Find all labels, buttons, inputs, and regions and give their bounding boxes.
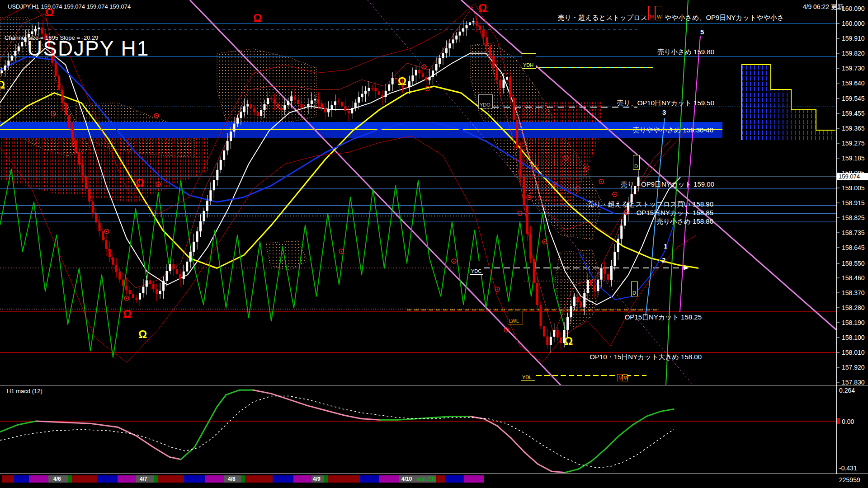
price-tick-mark bbox=[836, 217, 840, 218]
price-tick-label: 158.460 bbox=[842, 274, 865, 282]
symbol-ohlc-readout: USDJPY,H1 159.074 159.074 159.074 159.07… bbox=[8, 3, 131, 10]
mt4-chart-window: USDJPY,H1 159.074 159.074 159.074 159.07… bbox=[0, 0, 868, 488]
price-tick-mark bbox=[836, 188, 840, 188]
price-tick-label: 158.735 bbox=[842, 229, 865, 236]
price-tick-label: 157.920 bbox=[842, 364, 865, 371]
price-tick-mark bbox=[836, 323, 840, 323]
chart-watermark-title: USDJPY H1 bbox=[27, 36, 149, 61]
cyan-projection bbox=[646, 118, 665, 316]
session-segment bbox=[29, 475, 48, 483]
price-tick-label: 159.275 bbox=[842, 140, 865, 147]
ichimoku-clouds bbox=[0, 17, 835, 329]
red-hatched-cloud bbox=[0, 131, 208, 202]
price-tick-label: 159.185 bbox=[842, 155, 865, 162]
price-tick-mark bbox=[836, 128, 840, 129]
session-segment bbox=[68, 475, 72, 483]
session-segment bbox=[273, 475, 293, 483]
price-tick-label: 158.825 bbox=[842, 214, 865, 221]
session-segment bbox=[158, 475, 184, 483]
session-clock: 225959 bbox=[839, 476, 860, 483]
date-label: 4/9 bbox=[313, 476, 321, 482]
price-tick-mark bbox=[836, 23, 840, 23]
price-tick-label: 159.730 bbox=[842, 65, 865, 72]
price-tick-label: 158.280 bbox=[842, 304, 865, 311]
price-tick-mark bbox=[836, 367, 840, 368]
green-projection bbox=[666, 0, 688, 385]
price-tick-mark bbox=[836, 263, 840, 263]
session-segment bbox=[379, 475, 399, 483]
price-tick-mark bbox=[836, 83, 840, 83]
price-tick-label: 158.370 bbox=[842, 289, 865, 296]
session-segment bbox=[328, 475, 360, 483]
session-segment bbox=[445, 475, 464, 483]
price-tick-label: 159.005 bbox=[842, 184, 865, 192]
blue-hatched-cloud bbox=[742, 65, 835, 140]
price-tick-label: 160.000 bbox=[842, 20, 865, 27]
session-segment bbox=[97, 475, 118, 483]
price-tick-label: 158.645 bbox=[842, 244, 865, 251]
session-segment bbox=[324, 475, 328, 483]
date-label: 4/6 bbox=[53, 476, 61, 482]
price-tick-mark bbox=[836, 99, 840, 99]
panel-separator-bottom bbox=[0, 474, 868, 474]
macd-signal-line bbox=[0, 396, 674, 468]
session-segment bbox=[118, 475, 136, 483]
session-segment bbox=[2, 475, 14, 483]
price-tick-mark bbox=[836, 38, 840, 38]
price-axis-border bbox=[836, 0, 837, 474]
macd-subwindow-canvas[interactable] bbox=[0, 385, 836, 474]
session-segment bbox=[184, 475, 205, 483]
price-tick-label: 158.100 bbox=[842, 334, 865, 341]
price-tick-label: 160.090 bbox=[842, 5, 865, 12]
price-tick-mark bbox=[836, 293, 840, 293]
price-tick-mark bbox=[836, 352, 840, 353]
session-segment bbox=[245, 475, 273, 483]
last-updated-timestamp: 4/9 06:22 更新 bbox=[803, 3, 844, 11]
price-tick-label: 158.190 bbox=[842, 319, 865, 326]
session-segment bbox=[14, 475, 29, 483]
price-tick-label: 158.550 bbox=[842, 260, 865, 267]
session-segment bbox=[360, 475, 379, 483]
price-tick-label: 159.820 bbox=[842, 50, 865, 57]
macd-zero-marker bbox=[837, 418, 840, 424]
session-segment bbox=[241, 475, 245, 483]
price-tick-label: 159.910 bbox=[842, 35, 865, 42]
price-tick-mark bbox=[836, 158, 840, 159]
price-tick-mark bbox=[836, 143, 840, 144]
price-tick-label: 158.010 bbox=[842, 349, 865, 356]
macd-zero-value: 0.00 bbox=[842, 418, 854, 425]
price-tick-mark bbox=[836, 232, 840, 233]
session-segment bbox=[464, 475, 484, 483]
session-segment bbox=[293, 475, 311, 483]
date-extra-label: and ON bbox=[417, 476, 435, 483]
price-tick-label: 159.455 bbox=[842, 110, 865, 117]
price-tick-mark bbox=[836, 382, 840, 383]
current-price-tag: 159.074 bbox=[837, 173, 868, 180]
price-tick-mark bbox=[836, 247, 840, 248]
price-tick-label: 159.545 bbox=[842, 95, 865, 102]
date-label: 4/8 bbox=[228, 476, 236, 482]
price-tick-mark bbox=[836, 9, 840, 9]
price-tick-label: 159.640 bbox=[842, 80, 865, 87]
price-tick-mark bbox=[836, 113, 840, 114]
price-tick-label: 159.365 bbox=[842, 125, 865, 132]
price-tick-label: 158.915 bbox=[842, 199, 865, 206]
time-axis-session-strip[interactable]: 4/64/74/84/94/10and ON bbox=[0, 475, 836, 483]
date-label: 4/10 bbox=[401, 476, 412, 482]
price-tick-mark bbox=[836, 278, 840, 278]
panel-separator-top[interactable] bbox=[0, 385, 868, 385]
projection-lines bbox=[646, 0, 700, 385]
macd-indicator-label: H1 macd (12) bbox=[7, 388, 42, 394]
date-label: 4/7 bbox=[140, 476, 147, 482]
price-tick-mark bbox=[836, 202, 840, 203]
session-segment bbox=[436, 475, 445, 483]
price-tick-mark bbox=[836, 338, 840, 338]
macd-max-value: 0.264 bbox=[839, 387, 855, 394]
session-segment bbox=[154, 475, 158, 483]
price-tick-mark bbox=[836, 68, 840, 68]
macd-min-value: -0.431 bbox=[839, 465, 857, 472]
session-segment bbox=[72, 475, 97, 483]
price-tick-mark bbox=[836, 53, 840, 53]
price-tick-mark bbox=[836, 308, 840, 308]
session-segment bbox=[205, 475, 224, 483]
